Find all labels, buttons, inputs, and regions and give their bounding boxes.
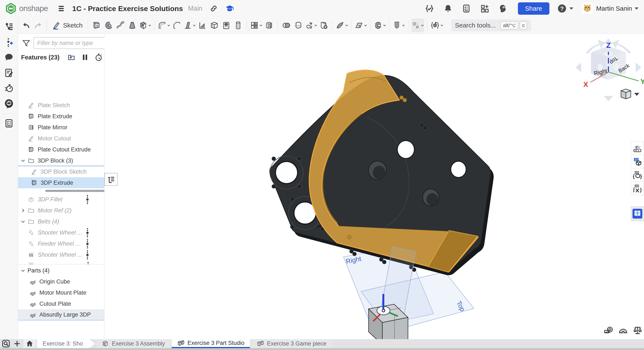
overflow-menu-icon[interactable]	[87, 262, 89, 264]
documents-home-button[interactable]	[24, 339, 36, 348]
graphics-area[interactable]: Right Top Front	[104, 34, 644, 339]
view-cube[interactable]: Z Y X Top Right Back	[576, 38, 644, 102]
revolve-button[interactable]	[103, 18, 114, 32]
split-button[interactable]	[293, 18, 304, 32]
svg-text:Z[interactable]: Z	[606, 41, 611, 49]
user-name[interactable]: Martin Sanin	[596, 5, 632, 12]
bom-table-icon[interactable]	[631, 155, 644, 168]
add-tab-button[interactable]	[12, 339, 22, 348]
tree-collapse-toggle[interactable]	[104, 173, 118, 186]
filter-input[interactable]	[34, 37, 105, 49]
overflow-menu-icon[interactable]	[86, 194, 89, 204]
versions-graph-icon[interactable]	[2, 36, 15, 48]
feature-item[interactable]: 3DP Block Sketch	[18, 166, 104, 177]
learning-center-icon[interactable]	[225, 4, 234, 13]
feature-item[interactable]: Plate Extrude	[18, 111, 104, 122]
svg-text:Y[interactable]: Y	[640, 77, 644, 86]
new-folder-icon[interactable]	[67, 53, 76, 61]
feature-list-panel-icon[interactable]	[2, 20, 15, 33]
overflow-menu-icon[interactable]	[86, 228, 89, 238]
3d-viewport-canvas[interactable]: Right Top Front	[104, 34, 644, 339]
linear-pattern-button[interactable]	[250, 18, 263, 32]
delete-part-button[interactable]	[318, 18, 329, 32]
avatar[interactable]	[582, 3, 593, 14]
share-link-icon[interactable]	[210, 4, 218, 12]
workspace-branch-label[interactable]: Main	[188, 5, 202, 12]
user-menu-caret-icon[interactable]	[635, 8, 638, 10]
onshape-logo-icon[interactable]	[5, 3, 16, 14]
thread-button[interactable]	[233, 18, 244, 32]
document-menu-icon[interactable]	[57, 4, 66, 13]
tab-exercise-3-assembly[interactable]: Exercise 3 Assembly	[96, 339, 170, 348]
rib-button[interactable]	[197, 18, 208, 32]
tape-measure-icon[interactable]	[604, 326, 614, 335]
part-item[interactable]: Origin Cube	[18, 276, 104, 287]
parts-header[interactable]: Parts (4)	[18, 265, 104, 276]
svg-text:X[interactable]: X	[583, 80, 588, 88]
chevron-right-icon[interactable]	[20, 208, 26, 213]
fillet-button[interactable]	[158, 18, 170, 32]
sketch-button[interactable]: Sketch	[50, 18, 85, 32]
feature-item[interactable]: Plate Cutout Extrude	[18, 144, 104, 155]
comments-icon[interactable]	[2, 51, 15, 64]
ai-advisor-icon[interactable]	[498, 4, 508, 14]
hole-button[interactable]	[221, 18, 232, 32]
app-store-icon[interactable]	[480, 4, 489, 13]
chevron-down-icon[interactable]	[20, 158, 26, 164]
tab-search-icon[interactable]	[0, 339, 12, 348]
part-item-highlighted[interactable]: Absurdly Large 3DP	[18, 309, 104, 320]
documentation-panel-cell[interactable]	[631, 206, 644, 221]
help-caret-icon[interactable]	[570, 8, 573, 10]
search-tools[interactable]: Search tools... alt/⌥ c	[451, 20, 531, 31]
feature-item-selected[interactable]: 3DP Extrude	[18, 177, 104, 188]
feature-folder[interactable]: Belts (4)	[18, 216, 104, 227]
rollback-history-icon[interactable]	[94, 53, 103, 61]
tasks-icon[interactable]	[462, 4, 471, 13]
part-item[interactable]: Motor Mount Plate	[18, 287, 104, 298]
overflow-menu-icon[interactable]	[86, 239, 89, 248]
chevron-down-icon[interactable]	[20, 219, 26, 224]
feature-item[interactable]: Feeder Wheel ...	[18, 238, 104, 249]
protractor-icon[interactable]	[618, 326, 628, 335]
mirror-button[interactable]	[264, 18, 274, 32]
tab-exercise-3-shooter[interactable]: Exercise 3: Sho	[37, 339, 95, 348]
onshape-help-bubble-icon[interactable]	[2, 97, 15, 110]
plane-button[interactable]	[354, 18, 367, 32]
feature-item[interactable]: 3DP Fillet	[18, 194, 104, 205]
configurations-panel-icon[interactable]	[631, 168, 644, 182]
tab-exercise-3-part-studio[interactable]: Exercise 3 Part Studio	[172, 339, 250, 348]
help-icon[interactable]: ?	[557, 4, 567, 14]
draft-button[interactable]	[183, 18, 196, 32]
enclose-button[interactable]	[392, 18, 405, 32]
documentation-book-icon[interactable]	[632, 209, 642, 218]
feature-item-clipped[interactable]	[18, 260, 104, 264]
performance-timer-icon[interactable]	[2, 82, 15, 94]
redo-button[interactable]	[32, 18, 44, 32]
mass-properties-scale-icon[interactable]	[633, 326, 642, 335]
appearance-panel-icon[interactable]	[631, 142, 644, 155]
filter-icon[interactable]	[22, 39, 30, 47]
featurescript-button[interactable]	[430, 18, 444, 32]
transform-button[interactable]	[305, 18, 318, 32]
feature-item[interactable]: Plate Mirror	[18, 122, 104, 133]
tab-exercise-3-game-piece[interactable]: Exercise 3 Game piece	[251, 339, 332, 348]
chamfer-button[interactable]	[171, 18, 182, 32]
view-options-button[interactable]	[621, 89, 639, 99]
feature-item[interactable]: Shooter Wheel ...	[18, 249, 104, 260]
checklist-panel-icon[interactable]	[2, 117, 15, 130]
share-button[interactable]: Share	[518, 2, 550, 15]
extrude-button[interactable]	[91, 18, 102, 32]
suspend-rebuild-icon[interactable]	[82, 54, 88, 61]
move-face-button[interactable]	[336, 18, 348, 32]
chevron-down-icon[interactable]	[20, 268, 26, 273]
loft-button[interactable]	[127, 18, 138, 32]
thicken-button[interactable]	[139, 18, 152, 32]
curve-button[interactable]	[411, 18, 424, 32]
feature-item[interactable]: Motor Cutout	[18, 133, 104, 144]
overflow-menu-icon[interactable]	[86, 250, 89, 260]
versions-icon[interactable]	[424, 4, 434, 14]
variables-panel-icon[interactable]	[631, 182, 644, 195]
feature-folder[interactable]: Motor Ref (2)	[18, 205, 104, 216]
notifications-bell-icon[interactable]	[443, 4, 453, 13]
part-item[interactable]: Cutout Plate	[18, 298, 104, 309]
